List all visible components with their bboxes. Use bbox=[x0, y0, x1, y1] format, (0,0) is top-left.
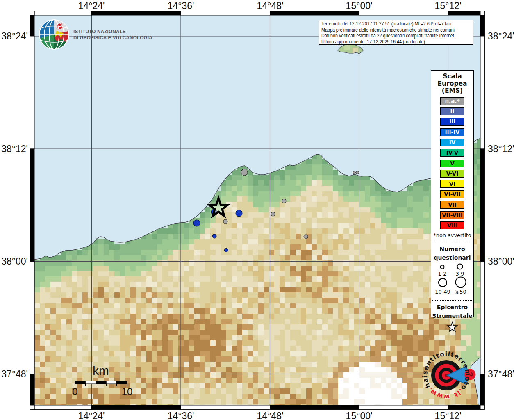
legend-swatch-viii: VIII bbox=[440, 221, 464, 229]
map-point-na bbox=[282, 199, 286, 203]
axis-label-bottom: 15°12' bbox=[435, 411, 462, 420]
legend-swatch-vii-viii: VII-VIII bbox=[440, 211, 464, 219]
scalebar-end-label: 10 bbox=[122, 386, 133, 397]
legend-swatch-iv: IV bbox=[440, 139, 464, 146]
scalebar-start-label: 0 bbox=[72, 386, 77, 397]
scalebar-unit-label: km bbox=[93, 364, 109, 377]
earthquake-info-box: Terremoto del 12-12-2017 11:27:51 (ora l… bbox=[319, 20, 473, 45]
axis-label-right: 37°48' bbox=[488, 369, 514, 380]
legend-swatch-iv-v: IV-V bbox=[440, 149, 464, 157]
map-point-na bbox=[353, 171, 356, 174]
legend-swatch-na: n.a.* bbox=[440, 97, 464, 105]
axis-label-left: 37°48' bbox=[0, 369, 28, 380]
axis-label-left: 38°24' bbox=[0, 31, 28, 42]
legend-swatch-vi: VI bbox=[440, 180, 464, 188]
legend-title: Scala Europea (EMS) bbox=[431, 71, 473, 95]
axis-label-top: 15°00' bbox=[346, 0, 373, 11]
map-point-intensity-iii bbox=[225, 249, 228, 252]
map-point-na bbox=[271, 212, 275, 216]
legend-epicenter-title: Epicentro Strumentale bbox=[431, 303, 473, 320]
map-point-na bbox=[356, 171, 359, 174]
legend-swatch-v: V bbox=[440, 160, 464, 167]
legend-swatch-v-vi: V-VI bbox=[440, 170, 464, 178]
axis-label-top: 14°36' bbox=[168, 0, 194, 11]
axis-label-top: 14°48' bbox=[257, 0, 284, 11]
axis-label-left: 38°12' bbox=[0, 144, 28, 155]
size-circle-10-49 bbox=[439, 278, 447, 287]
legend-swatch-iii-iv: III-IV bbox=[440, 128, 464, 136]
map-page: km 0 10 ? www.haisentitoilterremoto.it 1… bbox=[0, 0, 514, 420]
legend-divider bbox=[432, 242, 472, 242]
axis-label-bottom: 14°48' bbox=[257, 411, 284, 420]
epicenter-star-key bbox=[431, 320, 473, 334]
map-point-intensity-iii bbox=[193, 220, 200, 226]
axis-label-bottom: 14°24' bbox=[78, 411, 105, 420]
legend-swatch-vi-vii: VI-VII bbox=[440, 190, 464, 198]
info-line: Ultimo aggiornamento: 17-12-2025 16:44 (… bbox=[321, 39, 449, 45]
questionnaire-size-key: 1-2 3-9 10-49 ⩾50 bbox=[431, 262, 473, 295]
info-line: Dati non verificati estratti da 22 quest… bbox=[321, 33, 449, 39]
size-circle-1-2 bbox=[441, 265, 444, 269]
legend-box: Scala Europea (EMS) n.a.* II III III-IV … bbox=[431, 70, 474, 317]
legend-questionnaires-title: Numero questionari bbox=[431, 245, 473, 262]
ingv-logo-text: ISTITUTO NAZIONALE DI GEOFISICA E VULCAN… bbox=[73, 28, 152, 41]
svg-text:10-49: 10-49 bbox=[435, 289, 450, 295]
legend-divider bbox=[432, 300, 472, 301]
info-line: Terremoto del 12-12-2017 11:27:51 (ora l… bbox=[321, 21, 449, 27]
axis-label-top: 15°12' bbox=[435, 0, 462, 11]
ingv-logo: ISTITUTO NAZIONALE DI GEOFISICA E VULCAN… bbox=[39, 19, 161, 50]
size-circle-50plus bbox=[456, 277, 466, 288]
axis-label-left: 38°00' bbox=[0, 256, 28, 267]
axis-label-bottom: 15°00' bbox=[346, 411, 373, 420]
axis-label-right: 38°12' bbox=[488, 144, 514, 155]
map-point-na bbox=[304, 235, 308, 239]
info-line: Mappa preliminare delle intensità macros… bbox=[321, 27, 449, 33]
legend-swatch-ii: II bbox=[440, 107, 464, 115]
svg-text:⩾50: ⩾50 bbox=[455, 289, 466, 295]
svg-text:1-2: 1-2 bbox=[438, 271, 446, 277]
ingv-globe-icon bbox=[39, 19, 70, 50]
svg-text:3-9: 3-9 bbox=[455, 271, 464, 277]
terrain-layer bbox=[34, 15, 482, 410]
legend-swatch-vii: VII bbox=[440, 201, 464, 209]
map-point-na bbox=[241, 169, 248, 176]
map-point-na bbox=[223, 219, 227, 224]
legend-swatch-iii: III bbox=[440, 118, 464, 126]
size-circle-3-9 bbox=[457, 264, 463, 269]
axis-label-right: 38°24' bbox=[488, 31, 514, 42]
map-point-intensity-iii bbox=[236, 210, 242, 217]
axis-label-top: 14°24' bbox=[78, 0, 105, 11]
axis-label-right: 38°00' bbox=[488, 256, 514, 267]
axis-label-bottom: 14°36' bbox=[168, 411, 194, 420]
star-icon bbox=[448, 322, 457, 332]
legend-footnote: *non avvertito bbox=[431, 232, 473, 238]
map-point-intensity-iii bbox=[212, 234, 216, 238]
